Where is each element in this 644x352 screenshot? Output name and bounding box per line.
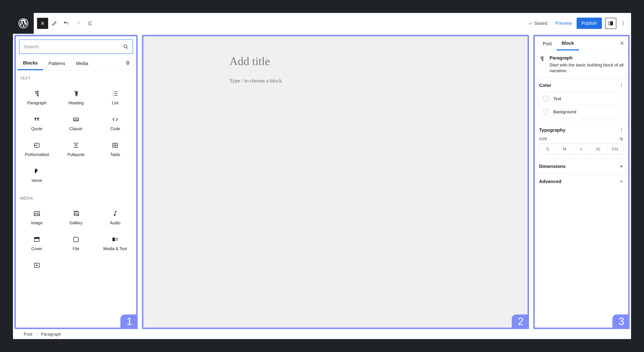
paragraph-icon <box>539 55 545 62</box>
block-label: List <box>112 101 118 105</box>
editor-canvas[interactable]: Add title Type / to choose a block 2 <box>142 35 529 329</box>
video-icon <box>33 262 40 269</box>
more-options-button[interactable] <box>618 18 628 29</box>
pullquote-icon <box>72 142 80 149</box>
file-icon <box>72 236 80 244</box>
plus-icon <box>619 164 624 169</box>
saved-label: Saved <box>534 20 548 26</box>
breadcrumb-current[interactable]: Paragraph <box>41 332 61 337</box>
inserter-tab-blocks[interactable]: Blocks <box>18 56 43 70</box>
font-size-l[interactable]: L <box>573 144 590 154</box>
block-audio[interactable]: Audio <box>96 205 135 229</box>
save-status: Saved <box>525 20 551 26</box>
gallery-icon <box>72 210 80 218</box>
svg-point-4 <box>622 23 623 23</box>
settings-toggle-button[interactable] <box>605 18 616 29</box>
audio-icon <box>112 210 119 218</box>
svg-point-24 <box>620 138 621 139</box>
block-label: Quote <box>31 126 42 131</box>
block-paragraph[interactable]: Paragraph <box>17 85 56 109</box>
svg-point-11 <box>38 212 38 213</box>
pattern-explorer-icon <box>125 60 131 66</box>
settings-tab-block[interactable]: Block <box>557 36 579 50</box>
empty-swatch-icon <box>543 109 549 115</box>
search-icon <box>123 44 129 49</box>
svg-rect-7 <box>73 118 79 121</box>
svg-rect-2 <box>611 21 613 25</box>
redo-button[interactable] <box>72 18 84 29</box>
inserter-search[interactable] <box>19 39 133 54</box>
block-media-text[interactable]: Media & Text <box>96 231 135 255</box>
preview-button[interactable]: Preview <box>550 18 576 28</box>
block-heading[interactable]: Heading <box>56 85 96 109</box>
block-cover[interactable]: Cover <box>17 231 56 255</box>
kebab-icon[interactable] <box>619 128 624 132</box>
chevron-right-icon: › <box>36 332 38 337</box>
document-overview-button[interactable] <box>84 18 96 29</box>
media-text-icon <box>112 236 119 244</box>
block-file[interactable]: File <box>56 231 96 255</box>
inserter-explore-button[interactable] <box>121 60 134 66</box>
quote-icon <box>33 116 40 124</box>
block-label: Table <box>110 152 120 157</box>
font-size-label: SIZE <box>539 137 547 141</box>
svg-point-13 <box>114 214 116 216</box>
color-text-control[interactable]: Text <box>539 92 624 105</box>
svg-point-3 <box>622 21 623 22</box>
block-video[interactable] <box>17 257 56 276</box>
svg-point-18 <box>621 84 622 84</box>
advanced-title: Advanced <box>539 179 561 184</box>
inserter-tab-media[interactable]: Media <box>70 57 94 70</box>
block-list[interactable]: List <box>96 85 135 109</box>
font-size-m[interactable]: M <box>556 144 573 154</box>
font-size-s[interactable]: S <box>539 144 556 154</box>
block-table[interactable]: Table <box>96 137 135 161</box>
block-pullquote[interactable]: Pullquote <box>56 137 96 161</box>
publish-button[interactable]: Publish <box>576 17 602 29</box>
close-inserter-button[interactable] <box>37 18 48 29</box>
font-size-xxl[interactable]: XXL <box>607 144 624 154</box>
inserter-tab-patterns[interactable]: Patterns <box>43 57 70 70</box>
settings-close-button[interactable] <box>618 39 627 48</box>
block-name: Paragraph <box>550 55 624 61</box>
wordpress-logo[interactable] <box>13 13 34 34</box>
advanced-section[interactable]: Advanced <box>535 174 628 189</box>
block-preformatted[interactable]: Preformatted <box>17 137 56 161</box>
search-input[interactable] <box>23 44 123 50</box>
block-quote[interactable]: Quote <box>17 111 56 135</box>
sidebar-icon <box>608 21 614 26</box>
block-verse[interactable]: Verse <box>17 163 56 187</box>
annotation-badge-3: 3 <box>612 315 630 329</box>
svg-point-25 <box>622 139 622 140</box>
block-classic[interactable]: Classic <box>56 111 96 135</box>
block-label: Heading <box>68 101 84 105</box>
block-label: Pullquote <box>68 152 85 157</box>
block-label: Image <box>31 221 42 225</box>
block-image[interactable]: Image <box>17 205 56 229</box>
dimensions-section[interactable]: Dimensions <box>535 159 628 174</box>
block-label: Audio <box>110 221 120 225</box>
post-title-input[interactable]: Add title <box>230 55 442 68</box>
svg-point-21 <box>621 128 622 129</box>
svg-point-6 <box>124 45 127 48</box>
color-bg-label: Background <box>553 109 576 114</box>
undo-button[interactable] <box>61 18 72 29</box>
color-background-control[interactable]: Background <box>539 105 624 118</box>
settings-slider-icon[interactable] <box>619 136 624 141</box>
edit-tool-button[interactable] <box>49 18 60 29</box>
block-gallery[interactable]: Gallery <box>56 205 96 229</box>
chevron-down-icon <box>619 179 624 184</box>
svg-point-22 <box>621 130 622 130</box>
block-code[interactable]: Code <box>96 111 135 135</box>
font-size-xl[interactable]: XL <box>590 144 607 154</box>
close-icon <box>620 41 624 46</box>
paragraph-icon <box>33 90 40 98</box>
inserter-section-media: MEDIA <box>16 191 136 202</box>
svg-point-20 <box>621 86 622 87</box>
breadcrumb-root[interactable]: Post <box>24 332 32 337</box>
svg-rect-10 <box>34 211 40 216</box>
paragraph-block-placeholder[interactable]: Type / to choose a block <box>230 78 442 84</box>
color-text-label: Text <box>553 96 561 101</box>
kebab-icon[interactable] <box>619 83 624 88</box>
settings-tab-post[interactable]: Post <box>538 37 557 50</box>
